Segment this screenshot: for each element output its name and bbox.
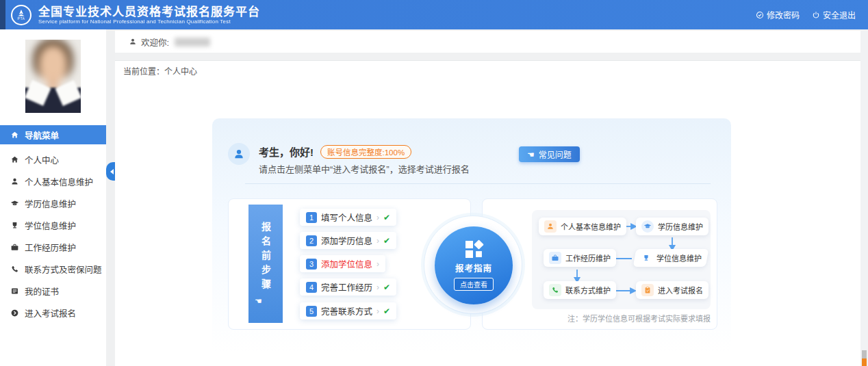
platform-subtitle: Service platform for National Profession…: [38, 18, 260, 25]
welcome-bar: 欢迎你:: [115, 31, 860, 53]
content-area: 欢迎你: 当前位置： 个人中心 考生，你好! 账号信息完整度:100% 请点击左…: [115, 29, 860, 366]
faq-button[interactable]: ☚ 常见问题: [519, 146, 580, 162]
enter-circle-icon: [10, 309, 19, 317]
platform-logo-icon: PTA: [11, 5, 31, 25]
greeting-title: 考生，你好!: [259, 144, 314, 159]
step-label: 完善工作经历: [321, 280, 372, 293]
sidebar-collapse-toggle[interactable]: [106, 162, 115, 181]
step-label: 完善联系方式: [321, 304, 372, 317]
sidebar-item-label: 个人基本信息维护: [25, 175, 93, 188]
step-item-3[interactable]: 3 添加学位信息 ›: [300, 255, 385, 272]
chevron-right-icon: ›: [376, 283, 379, 292]
app-header: PTA 全国专业技术人员资格考试报名服务平台 Service platform …: [0, 0, 868, 29]
phone-icon: [551, 286, 559, 294]
sidebar-item-label: 学位信息维护: [25, 219, 76, 232]
guide-view-button[interactable]: 点击查看: [454, 278, 494, 291]
sidebar-item-degree-info[interactable]: 学位信息维护: [0, 214, 106, 236]
guide-circle-ring: 报考指南 点击查看: [424, 215, 522, 314]
avatar-person-icon: [233, 148, 245, 160]
step-item-4[interactable]: 4 完善工作经历 › ✔: [300, 278, 396, 296]
breadcrumb: 当前位置： 个人中心: [115, 60, 860, 81]
step-number: 3: [306, 259, 317, 270]
flow-note: 注：学历学位信息可根据考试实际要求填报: [532, 313, 711, 324]
sidebar-item-label: 进入考试报名: [25, 306, 76, 319]
home-icon: [10, 131, 19, 140]
exam-guide-button[interactable]: 报考指南 点击查看: [435, 226, 513, 304]
flow-node-education[interactable]: 学历信息维护: [636, 218, 709, 235]
step-label: 添加学位信息: [321, 257, 372, 270]
chevron-right-icon: ›: [376, 259, 379, 269]
house-icon: [10, 155, 19, 164]
sidebar-item-personal-center[interactable]: 个人中心: [0, 148, 106, 170]
change-password-link[interactable]: 修改密码: [756, 9, 800, 21]
sidebar-gutter: [106, 29, 115, 366]
header-edge-decoration: [0, 0, 5, 29]
check-icon: ✔: [383, 213, 390, 222]
sidebar-item-work-experience[interactable]: 工作经历维护: [0, 236, 106, 258]
chevron-left-icon: [107, 169, 114, 174]
flow-node-work-experience[interactable]: 工作经历维护: [544, 249, 616, 267]
sidebar-item-label: 工作经历维护: [25, 241, 76, 254]
sidebar-item-nav-menu[interactable]: 导航菜单: [0, 125, 106, 144]
person-icon: [546, 222, 554, 231]
sidebar-item-my-certificates[interactable]: 我的证书: [0, 280, 106, 302]
degree-trophy-icon: [10, 221, 19, 230]
avatar: [228, 143, 250, 165]
faq-button-label: 常见问题: [539, 148, 572, 160]
sidebar-item-enter-registration[interactable]: 进入考试报名: [0, 302, 106, 324]
sidebar: 导航菜单 个人中心 个人基本信息维护 学历信息维护 学位信息维护 工作经历维护 …: [0, 29, 106, 366]
flow-node-label: 学历信息维护: [658, 221, 703, 232]
sidebar-item-education-info[interactable]: 学历信息维护: [0, 192, 106, 214]
flow-node-label: 联系方式维护: [565, 285, 611, 296]
check-icon: ✔: [383, 236, 390, 246]
logout-link[interactable]: 安全退出: [812, 9, 856, 21]
briefcase-icon: [551, 254, 559, 262]
flow-node-contact[interactable]: 联系方式维护: [544, 281, 616, 299]
step-item-1[interactable]: 1 填写个人信息 › ✔: [300, 209, 396, 226]
sidebar-item-contact-security[interactable]: 联系方式及密保问题: [0, 258, 106, 280]
logout-label: 安全退出: [823, 9, 856, 21]
guide-title: 报考指南: [455, 261, 492, 274]
platform-title: 全国专业技术人员资格考试报名服务平台: [38, 5, 260, 18]
flow-node-degree[interactable]: 学位信息维护: [633, 249, 709, 267]
graduation-cap-icon: [10, 199, 19, 208]
step-number: 2: [306, 235, 317, 246]
completeness-badge: 账号信息完整度:100%: [320, 145, 411, 159]
user-id-photo: [25, 40, 81, 113]
step-item-5[interactable]: 5 完善联系方式 › ✔: [300, 302, 396, 319]
breadcrumb-label: 当前位置：: [123, 65, 164, 77]
flow-node-label: 进入考试报名: [658, 285, 703, 296]
sidebar-item-basic-info[interactable]: 个人基本信息维护: [0, 170, 106, 192]
sidebar-item-label: 个人中心: [25, 153, 59, 166]
chevron-right-icon: ›: [376, 306, 379, 316]
sidebar-item-label: 导航菜单: [25, 129, 59, 142]
step-label: 填写个人信息: [321, 211, 372, 224]
steps-banner-text: 报名前步骤: [259, 222, 272, 293]
step-item-2[interactable]: 2 添加学历信息 › ✔: [300, 232, 396, 249]
platform-title-block: 全国专业技术人员资格考试报名服务平台 Service platform for …: [38, 5, 260, 25]
phone-icon: [10, 265, 19, 274]
step-label: 添加学历信息: [321, 234, 372, 247]
flow-node-basic-info[interactable]: 个人基本信息维护: [539, 218, 626, 235]
step-number: 1: [306, 212, 317, 223]
main-panel: 考生，你好! 账号信息完整度:100% 请点击左侧菜单中“进入考试报名”，选择考…: [115, 81, 860, 366]
graduation-cap-icon: [643, 222, 652, 231]
flow-node-label: 个人基本信息维护: [561, 221, 621, 232]
check-icon: ✔: [383, 306, 390, 316]
step-number: 4: [306, 282, 317, 293]
flow-node-label: 学位信息维护: [656, 252, 702, 263]
card-divider: [245, 183, 711, 184]
sidebar-item-label: 学历信息维护: [25, 197, 76, 210]
check-circle-icon: [756, 11, 764, 19]
flow-node-enter-registration[interactable]: 进入考试报名: [636, 281, 709, 299]
step-number: 5: [306, 306, 317, 317]
floating-widget[interactable]: [862, 350, 867, 366]
briefcase-icon: [10, 243, 19, 252]
chevron-right-icon: ›: [376, 213, 379, 222]
breadcrumb-current: 个人中心: [164, 65, 197, 77]
logo-text: PTA: [18, 17, 25, 21]
sidebar-item-label: 联系方式及密保问题: [25, 263, 102, 276]
user-icon: [129, 38, 137, 46]
greeting-subtitle: 请点击左侧菜单中“进入考试报名”，选择考试进行报名: [259, 162, 470, 175]
clipboard-icon: [643, 286, 652, 294]
